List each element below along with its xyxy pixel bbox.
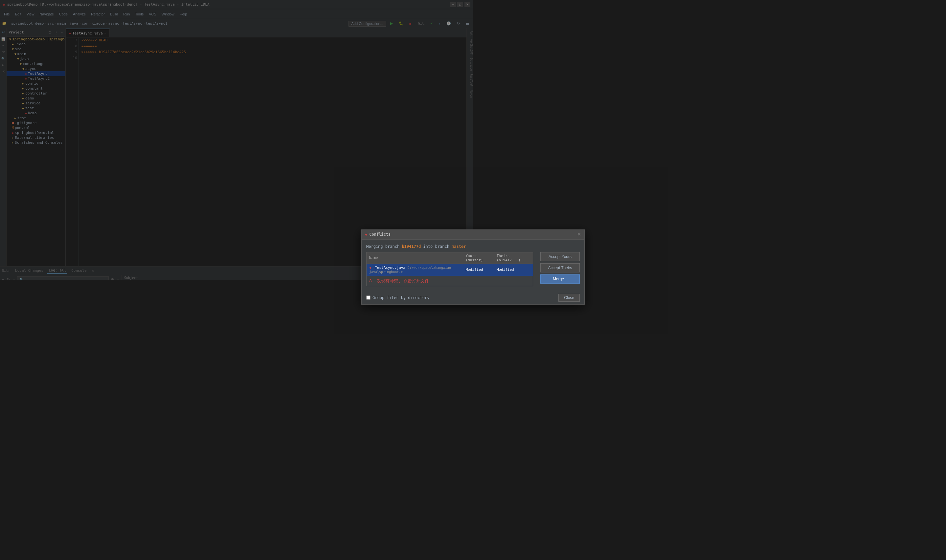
modal-title-bar: ◆ Conflicts ✕ [362, 230, 473, 240]
conflict-file-path: D:\workspace\zhangxiao-java\springboot-c [369, 266, 453, 274]
conflict-note: 8. 发现有冲突, 双击打开文件 [367, 276, 473, 280]
modal-logo-icon: ◆ [365, 232, 367, 237]
modal-body: Merging branch b194177d into branch mast… [362, 240, 473, 280]
col-yours: Yours (master) [463, 252, 473, 264]
conflict-file-icon: ◆ [369, 266, 371, 270]
col-name: Name [367, 252, 463, 264]
conflicts-modal: ◆ Conflicts ✕ Merging branch b194177d in… [361, 229, 473, 280]
modal-list-area: Name Yours (master) Theirs (b19417...) ◆… [366, 252, 473, 280]
modal-overlay[interactable]: ◆ Conflicts ✕ Merging branch b194177d in… [0, 0, 473, 280]
modal-content-row: Name Yours (master) Theirs (b19417...) ◆… [366, 252, 473, 280]
conflict-row-1[interactable]: ◆ TestAsync.java D:\workspace\zhangxiao-… [367, 264, 473, 276]
modal-title: Conflicts [369, 232, 391, 237]
modal-branch2: master [451, 244, 466, 249]
conflict-yours-1: Modified [463, 264, 473, 276]
modal-branch1: b194177d [402, 244, 421, 249]
modal-merge-description: Merging branch b194177d into branch mast… [366, 244, 473, 249]
conflict-filename-1: ◆ TestAsync.java D:\workspace\zhangxiao-… [367, 264, 463, 276]
conflicts-table: Name Yours (master) Theirs (b19417...) ◆… [367, 252, 473, 276]
